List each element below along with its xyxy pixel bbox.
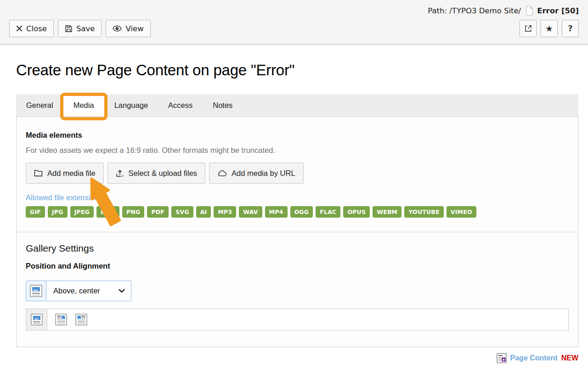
allowed-file-extensions-link[interactable]: Allowed file extensions bbox=[26, 193, 102, 202]
file-extension-badge: MP4 bbox=[265, 206, 288, 218]
record-path: Path: /TYPO3 Demo Site/ Error [50] bbox=[9, 0, 579, 16]
floppy-icon bbox=[65, 25, 73, 33]
help-button[interactable]: ? bbox=[562, 20, 579, 37]
select-upload-files-button[interactable]: Select & upload files bbox=[107, 163, 206, 184]
file-extension-badge: PNG bbox=[122, 206, 144, 218]
cloud-icon bbox=[217, 170, 227, 177]
gallery-settings-heading: Gallery Settings bbox=[26, 243, 569, 254]
file-extension-badge: OPUS bbox=[343, 206, 370, 218]
add-media-file-button[interactable]: Add media file bbox=[26, 163, 104, 184]
close-button-label: Close bbox=[26, 24, 47, 33]
file-extension-badge: FLAC bbox=[316, 206, 340, 218]
tab-language-label: Language bbox=[114, 101, 148, 109]
file-extension-badge: AI bbox=[196, 206, 211, 218]
media-elements-section: Media elements For video assets we expec… bbox=[17, 117, 578, 232]
file-extension-badge: GIF bbox=[26, 206, 45, 218]
file-extension-badge: MP3 bbox=[214, 206, 236, 218]
form-tabs-container: General Media Language Access Notes Medi… bbox=[16, 94, 578, 347]
select-upload-files-label: Select & upload files bbox=[129, 169, 198, 178]
position-option-above-center[interactable] bbox=[26, 309, 47, 330]
file-extension-badge: JPG bbox=[48, 206, 68, 218]
view-button[interactable]: View bbox=[106, 20, 150, 37]
save-button-label: Save bbox=[76, 24, 95, 33]
question-icon: ? bbox=[568, 24, 573, 33]
folder-icon bbox=[34, 169, 43, 177]
star-icon: ★ bbox=[545, 24, 553, 33]
tab-general[interactable]: General bbox=[16, 94, 63, 116]
file-extension-badge: BMP bbox=[96, 206, 119, 218]
open-in-new-window-button[interactable] bbox=[520, 20, 537, 37]
tab-notes-label: Notes bbox=[213, 101, 232, 109]
position-above-center-icon bbox=[26, 281, 46, 301]
view-button-label: View bbox=[125, 24, 143, 33]
file-extension-badge: PDF bbox=[147, 206, 169, 218]
page-document-icon bbox=[526, 6, 533, 16]
gallery-settings-section: Gallery Settings Position and Alignment … bbox=[17, 232, 578, 347]
position-select[interactable]: Above, center bbox=[26, 281, 131, 301]
tab-general-label: General bbox=[26, 101, 53, 109]
tab-media[interactable]: Media bbox=[63, 94, 104, 116]
path-text: Path: /TYPO3 Demo Site/ bbox=[428, 6, 521, 15]
close-button[interactable]: Close bbox=[9, 20, 54, 37]
record-type-indicator: Page Content NEW bbox=[16, 353, 578, 363]
external-link-icon bbox=[524, 24, 532, 33]
upload-tray-icon bbox=[116, 169, 124, 177]
bookmark-button[interactable]: ★ bbox=[541, 20, 558, 37]
position-icon-options bbox=[26, 309, 569, 331]
page-title: Create new Page Content on page "Error" bbox=[16, 62, 578, 79]
position-option-beside-text-left[interactable] bbox=[75, 314, 87, 326]
chevron-down-icon bbox=[119, 289, 125, 293]
position-option-beside-text-right[interactable] bbox=[55, 314, 67, 326]
media-elements-heading: Media elements bbox=[26, 131, 569, 140]
position-select-value: Above, center bbox=[53, 286, 100, 295]
file-extension-badge: WAV bbox=[239, 206, 262, 218]
tab-bar: General Media Language Access Notes bbox=[16, 94, 578, 116]
tab-access-label: Access bbox=[168, 101, 192, 109]
media-hint-text: For video assets we expect a 16:9 ratio.… bbox=[26, 146, 569, 155]
file-extension-badge: OGG bbox=[290, 206, 313, 218]
file-extension-badge: YOUTUBE bbox=[404, 206, 444, 218]
position-alignment-label: Position and Alignment bbox=[26, 262, 569, 270]
close-icon bbox=[16, 25, 23, 32]
file-extension-badge: SVG bbox=[171, 206, 193, 218]
file-extension-badge: JPEG bbox=[70, 206, 94, 218]
save-button[interactable]: Save bbox=[58, 20, 102, 37]
add-media-file-label: Add media file bbox=[47, 169, 96, 178]
tab-panel-media: Media elements For video assets we expec… bbox=[16, 116, 578, 347]
add-media-by-url-button[interactable]: Add media by URL bbox=[209, 163, 304, 184]
file-extension-badge: VIMEO bbox=[447, 206, 476, 218]
record-title: Error [50] bbox=[537, 6, 579, 15]
doc-header: Path: /TYPO3 Demo Site/ Error [50] Close… bbox=[0, 0, 588, 45]
media-content-element-icon bbox=[497, 353, 507, 363]
record-new-badge: NEW bbox=[561, 354, 578, 362]
file-extension-badge: WEBM bbox=[373, 206, 401, 218]
add-media-by-url-label: Add media by URL bbox=[232, 169, 295, 178]
eye-icon bbox=[113, 25, 122, 32]
file-extension-badges: GIF JPG JPEG BMP PNG PDF SVG AI MP3 WAV … bbox=[26, 206, 569, 218]
tab-media-label: Media bbox=[74, 101, 94, 109]
tab-access[interactable]: Access bbox=[158, 94, 203, 116]
tab-notes[interactable]: Notes bbox=[203, 94, 243, 116]
tab-language[interactable]: Language bbox=[104, 94, 158, 116]
record-type-label: Page Content bbox=[510, 354, 558, 362]
